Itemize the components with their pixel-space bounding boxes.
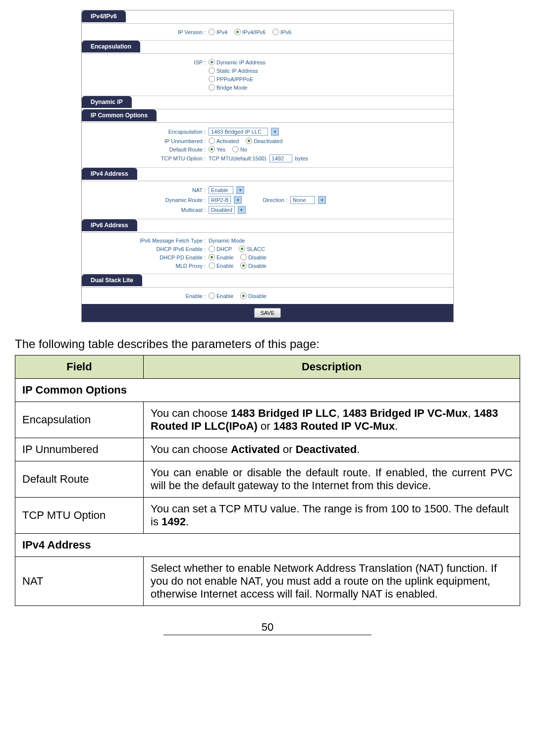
mld-label: MLD Proxy :: [82, 263, 209, 269]
radio-isp-dynamic[interactable]: Dynamic IP Address: [209, 59, 266, 65]
th-field: Field: [15, 355, 144, 379]
row-defroute-desc: You can enable or disable the default ro…: [144, 461, 520, 498]
radio-isp-static[interactable]: Static IP Address: [209, 67, 258, 74]
radio-pd-disable[interactable]: Disable: [240, 254, 267, 260]
tab-dynamic-ip: Dynamic IP: [82, 96, 132, 108]
tab-dual-stack: Dual Stack Lite: [82, 274, 142, 286]
tab-ip-common: IP Common Options: [82, 109, 157, 121]
save-button[interactable]: SAVE: [254, 308, 281, 318]
radio-isp-pppoa[interactable]: PPPoA/PPPoE: [209, 76, 253, 82]
radio-dual-enable[interactable]: Enable: [209, 293, 233, 299]
nat-label: NAT :: [82, 187, 209, 193]
defroute-label: Default Route :: [82, 147, 209, 152]
chevron-down-icon[interactable]: ▾: [271, 128, 279, 136]
encap-select[interactable]: 1483 Bridged IP LLC: [209, 128, 268, 136]
row-nat-desc: Select whether to enable Network Address…: [144, 557, 520, 606]
chevron-down-icon[interactable]: ▾: [318, 196, 326, 204]
dynroute-select[interactable]: RIP2-B: [209, 196, 231, 204]
radio-mld-disable[interactable]: Disable: [240, 262, 267, 269]
chevron-down-icon[interactable]: ▾: [238, 206, 246, 214]
dynroute-label: Dynamic Route :: [82, 197, 209, 203]
tcpmtu-label: TCP MTU Option :: [82, 155, 209, 161]
router-config-panel: IPv4/IPv6 IP Version : IPv4 IPv4/IPv6 IP…: [81, 10, 454, 322]
row-encap-desc: You can choose 1483 Bridged IP LLC, 1483…: [144, 402, 520, 438]
tab-ipv4-addr: IPv4 Address: [82, 168, 137, 180]
radio-pd-enable[interactable]: Enable: [209, 254, 233, 260]
row-defroute-label: Default Route: [15, 461, 144, 498]
page-number: 50: [0, 616, 535, 641]
radio-dual-disable[interactable]: Disable: [240, 293, 267, 299]
dhcp-pd-label: DHCP PD Enable :: [82, 254, 209, 260]
dhcp-ipv6-label: DHCP IPv6 Enable :: [82, 246, 209, 252]
ipv6-fetch-label: IPv6 Message Fetch Type :: [82, 238, 209, 244]
multicast-select[interactable]: Disabled: [209, 206, 235, 214]
row-tcpmtu-desc: You can set a TCP MTU value. The range i…: [144, 498, 520, 534]
row-encap-label: Encapsulation: [15, 402, 144, 438]
ipv6-fetch-value: Dynamic Mode: [209, 238, 245, 244]
row-ipun-label: IP Unnumbered: [15, 438, 144, 461]
chevron-down-icon[interactable]: ▾: [234, 196, 242, 204]
th-desc: Description: [144, 355, 520, 379]
row-ipun-desc: You can choose Activated or Deactivated.: [144, 438, 520, 461]
radio-ipun-deactivated[interactable]: Deactivated: [246, 138, 282, 144]
section-ip-common: IP Common Options: [15, 379, 520, 402]
row-tcpmtu-label: TCP MTU Option: [15, 498, 144, 534]
tab-ipv6-addr: IPv6 Address: [82, 219, 137, 231]
tcpmtu-text: TCP MTU(default:1500): [209, 155, 267, 161]
isp-label: ISP :: [82, 59, 209, 65]
radio-ipun-activated[interactable]: Activated: [209, 138, 239, 144]
radio-dhcp[interactable]: DHCP: [209, 246, 232, 252]
ip-version-label: IP Version :: [82, 29, 209, 35]
dual-enable-label: Enable :: [82, 293, 209, 299]
radio-ipv6[interactable]: IPv6: [272, 29, 291, 35]
radio-slacc[interactable]: SLACC: [239, 246, 265, 252]
tcpmtu-input[interactable]: 1492: [269, 154, 292, 162]
intro-text: The following table describes the parame…: [15, 337, 525, 351]
section-ipv4: IPv4 Address: [15, 534, 520, 557]
radio-defroute-no[interactable]: No: [232, 146, 247, 152]
radio-defroute-yes[interactable]: Yes: [209, 146, 225, 152]
parameter-table: Field Description IP Common Options Enca…: [15, 355, 520, 606]
tab-ipv4ipv6: IPv4/IPv6: [82, 10, 126, 22]
ipun-label: IP Unnumbered :: [82, 138, 209, 144]
direction-select[interactable]: None: [290, 196, 315, 204]
tcpmtu-unit: bytes: [295, 155, 308, 161]
tab-encapsulation: Encapsulation: [82, 41, 140, 52]
multicast-label: Multicast :: [82, 207, 209, 213]
radio-ipv4[interactable]: IPv4: [209, 29, 227, 35]
nat-select[interactable]: Enable: [209, 186, 233, 194]
direction-label: Direction :: [263, 197, 287, 203]
chevron-down-icon[interactable]: ▾: [236, 186, 244, 194]
radio-isp-bridge[interactable]: Bridge Mode: [209, 84, 247, 91]
encap-label: Encapsulation :: [82, 129, 209, 135]
row-nat-label: NAT: [15, 557, 144, 606]
radio-ipv4ipv6[interactable]: IPv4/IPv6: [234, 29, 266, 35]
radio-mld-enable[interactable]: Enable: [209, 262, 233, 269]
